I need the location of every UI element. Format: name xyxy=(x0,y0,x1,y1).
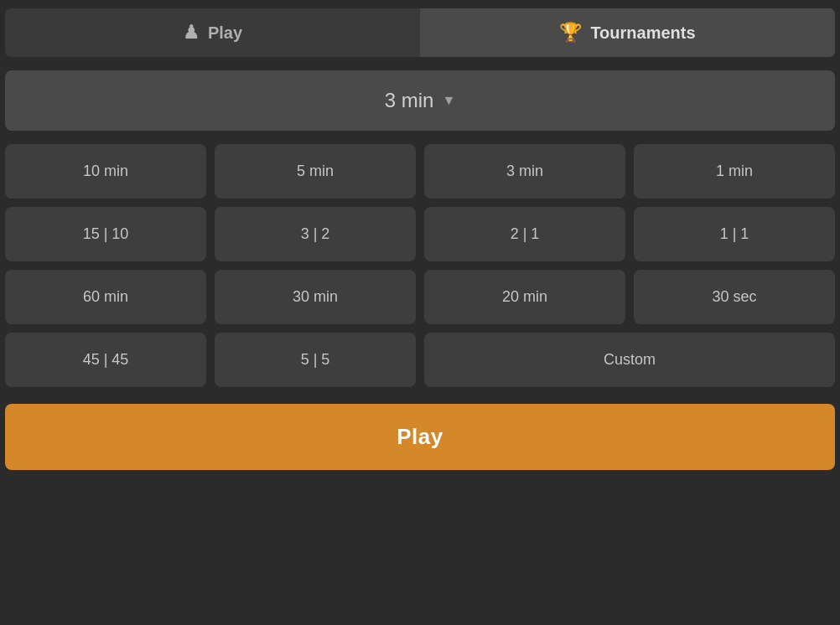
time-btn-3-2[interactable]: 3 | 2 xyxy=(215,207,416,261)
time-btn-custom[interactable]: Custom xyxy=(424,333,835,387)
tab-play-label: Play xyxy=(208,23,242,43)
time-btn-30sec[interactable]: 30 sec xyxy=(634,270,835,324)
time-btn-30min[interactable]: 30 min xyxy=(215,270,416,324)
time-selector-dropdown[interactable]: 3 min ▼ xyxy=(5,70,835,131)
time-btn-60min[interactable]: 60 min xyxy=(5,270,206,324)
time-btn-45-45[interactable]: 45 | 45 xyxy=(5,333,206,387)
tab-tournaments[interactable]: 🏆 Tournaments xyxy=(420,8,835,57)
time-btn-3min[interactable]: 3 min xyxy=(424,144,625,199)
time-btn-5min[interactable]: 5 min xyxy=(215,144,416,199)
time-btn-1-1[interactable]: 1 | 1 xyxy=(634,207,835,261)
time-options-grid: 10 min 5 min 3 min 1 min 15 | 10 3 | 2 2… xyxy=(5,144,835,387)
main-content: 3 min ▼ 10 min 5 min 3 min 1 min 15 | 10… xyxy=(5,70,835,470)
play-tab-icon: ♟ xyxy=(183,22,200,44)
tab-play[interactable]: ♟ Play xyxy=(5,8,420,57)
tournaments-tab-icon: 🏆 xyxy=(559,22,582,44)
time-btn-10min[interactable]: 10 min xyxy=(5,144,206,199)
tab-tournaments-label: Tournaments xyxy=(590,23,695,43)
chevron-down-icon: ▼ xyxy=(442,93,455,108)
time-btn-20min[interactable]: 20 min xyxy=(424,270,625,324)
time-btn-15-10[interactable]: 15 | 10 xyxy=(5,207,206,261)
time-btn-2-1[interactable]: 2 | 1 xyxy=(424,207,625,261)
play-button[interactable]: Play xyxy=(5,404,835,470)
time-selector-value: 3 min xyxy=(385,89,434,112)
time-btn-1min[interactable]: 1 min xyxy=(634,144,835,199)
tabs-bar: ♟ Play 🏆 Tournaments xyxy=(5,8,835,57)
app-container: ♟ Play 🏆 Tournaments 3 min ▼ 10 min 5 mi… xyxy=(0,0,840,625)
time-btn-5-5[interactable]: 5 | 5 xyxy=(215,333,416,387)
